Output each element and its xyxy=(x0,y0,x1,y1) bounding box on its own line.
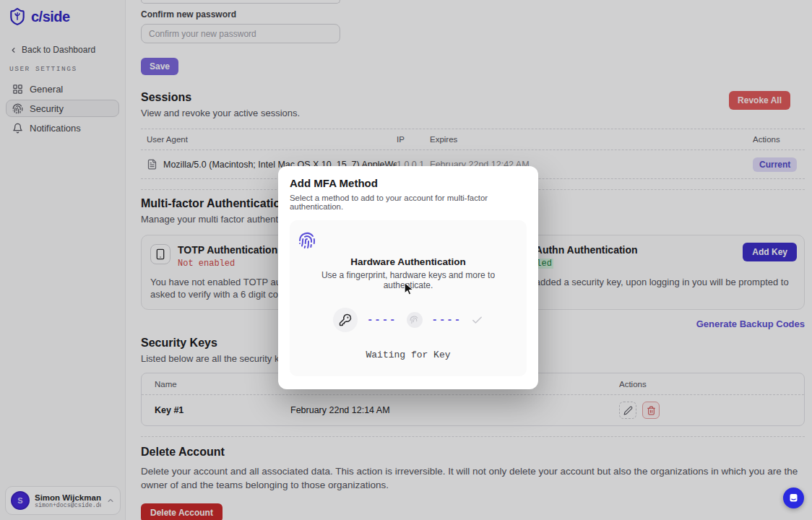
security-settings-page: c/side Back to Dashboard USER SETTINGS G… xyxy=(0,0,812,520)
method-title: Hardware Authentication xyxy=(298,256,518,267)
waiting-status: Waiting for Key xyxy=(298,350,518,360)
check-icon xyxy=(471,314,483,326)
chat-bubble-icon xyxy=(788,493,799,503)
mouse-cursor xyxy=(402,282,416,296)
hardware-auth-option[interactable]: Hardware Authentication Use a fingerprin… xyxy=(290,220,527,376)
add-mfa-modal: Add MFA Method Select a method to add to… xyxy=(278,166,538,389)
key-icon xyxy=(333,308,358,332)
chat-launcher-button[interactable] xyxy=(783,488,804,508)
progress-dashes-right: ---- xyxy=(432,314,462,326)
modal-title: Add MFA Method xyxy=(290,177,527,189)
modal-subtitle: Select a method to add to your account f… xyxy=(290,194,527,211)
key-pairing-progress: ---- ---- xyxy=(298,308,518,332)
fingerprint-icon xyxy=(298,232,518,249)
device-fingerprint-icon xyxy=(407,312,423,328)
progress-dashes-left: ---- xyxy=(367,314,397,326)
